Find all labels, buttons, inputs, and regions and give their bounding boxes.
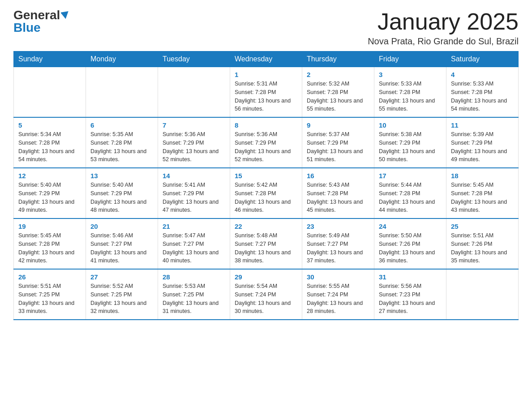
day-info: Sunrise: 5:40 AMSunset: 7:29 PMDaylight:… <box>18 181 81 214</box>
calendar-table: SundayMondayTuesdayWednesdayThursdayFrid… <box>13 51 519 320</box>
day-number: 8 <box>235 121 297 129</box>
day-info: Sunrise: 5:47 AMSunset: 7:27 PMDaylight:… <box>163 231 225 265</box>
day-info: Sunrise: 5:54 AMSunset: 7:24 PMDaylight:… <box>235 282 297 316</box>
logo-general-text: General <box>13 9 60 21</box>
day-number: 5 <box>18 121 81 129</box>
calendar-cell: 29Sunrise: 5:54 AMSunset: 7:24 PMDayligh… <box>230 269 302 320</box>
logo-blue-text: Blue <box>13 21 41 34</box>
calendar-week-2: 12Sunrise: 5:40 AMSunset: 7:29 PMDayligh… <box>14 168 519 218</box>
day-number: 26 <box>18 273 81 281</box>
day-info: Sunrise: 5:44 AMSunset: 7:28 PMDaylight:… <box>379 181 442 214</box>
day-number: 24 <box>379 223 442 230</box>
day-info: Sunrise: 5:31 AMSunset: 7:28 PMDaylight:… <box>235 80 297 113</box>
title-section: January 2025 Nova Prata, Rio Grande do S… <box>368 9 519 47</box>
day-number: 28 <box>163 273 225 281</box>
day-number: 10 <box>379 121 442 129</box>
day-number: 13 <box>90 172 153 180</box>
day-number: 7 <box>163 121 225 129</box>
calendar-cell: 24Sunrise: 5:50 AMSunset: 7:26 PMDayligh… <box>374 218 446 269</box>
calendar-cell: 21Sunrise: 5:47 AMSunset: 7:27 PMDayligh… <box>158 218 230 269</box>
day-number: 29 <box>235 273 297 281</box>
page-header: General Blue January 2025 Nova Prata, Ri… <box>13 9 519 47</box>
calendar-cell: 23Sunrise: 5:49 AMSunset: 7:27 PMDayligh… <box>302 218 374 269</box>
day-number: 18 <box>451 172 514 180</box>
day-info: Sunrise: 5:53 AMSunset: 7:25 PMDaylight:… <box>163 282 225 316</box>
calendar-cell: 7Sunrise: 5:36 AMSunset: 7:29 PMDaylight… <box>158 117 230 168</box>
day-number: 22 <box>235 223 297 230</box>
day-info: Sunrise: 5:34 AMSunset: 7:28 PMDaylight:… <box>18 130 81 164</box>
day-info: Sunrise: 5:41 AMSunset: 7:29 PMDaylight:… <box>163 181 225 214</box>
header-cell-saturday: Saturday <box>446 51 519 67</box>
calendar-week-4: 26Sunrise: 5:51 AMSunset: 7:25 PMDayligh… <box>14 269 519 320</box>
day-info: Sunrise: 5:35 AMSunset: 7:28 PMDaylight:… <box>90 130 153 164</box>
calendar-cell <box>86 67 158 118</box>
calendar-cell <box>158 67 230 118</box>
day-number: 12 <box>18 172 81 180</box>
day-number: 27 <box>90 273 153 281</box>
header-cell-sunday: Sunday <box>14 51 86 67</box>
day-info: Sunrise: 5:55 AMSunset: 7:24 PMDaylight:… <box>307 282 369 316</box>
day-number: 6 <box>90 121 153 129</box>
day-number: 4 <box>451 71 514 78</box>
header-cell-friday: Friday <box>374 51 446 67</box>
calendar-cell: 10Sunrise: 5:38 AMSunset: 7:29 PMDayligh… <box>374 117 446 168</box>
calendar-cell: 28Sunrise: 5:53 AMSunset: 7:25 PMDayligh… <box>158 269 230 320</box>
calendar-cell <box>14 67 86 118</box>
logo-triangle-icon <box>61 10 71 20</box>
day-info: Sunrise: 5:56 AMSunset: 7:23 PMDaylight:… <box>379 282 442 316</box>
day-info: Sunrise: 5:36 AMSunset: 7:29 PMDaylight:… <box>163 130 225 164</box>
day-info: Sunrise: 5:46 AMSunset: 7:27 PMDaylight:… <box>90 231 153 265</box>
calendar-cell: 17Sunrise: 5:44 AMSunset: 7:28 PMDayligh… <box>374 168 446 218</box>
header-row: SundayMondayTuesdayWednesdayThursdayFrid… <box>14 51 519 67</box>
day-number: 25 <box>451 223 514 230</box>
calendar-cell: 31Sunrise: 5:56 AMSunset: 7:23 PMDayligh… <box>374 269 446 320</box>
header-cell-monday: Monday <box>86 51 158 67</box>
day-info: Sunrise: 5:42 AMSunset: 7:28 PMDaylight:… <box>235 181 297 214</box>
header-cell-tuesday: Tuesday <box>158 51 230 67</box>
day-number: 20 <box>90 223 153 230</box>
day-info: Sunrise: 5:33 AMSunset: 7:28 PMDaylight:… <box>379 80 442 113</box>
logo: General Blue <box>13 9 71 34</box>
calendar-cell: 14Sunrise: 5:41 AMSunset: 7:29 PMDayligh… <box>158 168 230 218</box>
calendar-cell: 8Sunrise: 5:36 AMSunset: 7:29 PMDaylight… <box>230 117 302 168</box>
calendar-cell: 3Sunrise: 5:33 AMSunset: 7:28 PMDaylight… <box>374 67 446 118</box>
day-number: 31 <box>379 273 442 281</box>
calendar-cell: 30Sunrise: 5:55 AMSunset: 7:24 PMDayligh… <box>302 269 374 320</box>
calendar-cell: 12Sunrise: 5:40 AMSunset: 7:29 PMDayligh… <box>14 168 86 218</box>
day-info: Sunrise: 5:40 AMSunset: 7:29 PMDaylight:… <box>90 181 153 214</box>
day-number: 14 <box>163 172 225 180</box>
day-info: Sunrise: 5:50 AMSunset: 7:26 PMDaylight:… <box>379 231 442 265</box>
calendar-week-1: 5Sunrise: 5:34 AMSunset: 7:28 PMDaylight… <box>14 117 519 168</box>
calendar-cell: 19Sunrise: 5:45 AMSunset: 7:28 PMDayligh… <box>14 218 86 269</box>
day-info: Sunrise: 5:48 AMSunset: 7:27 PMDaylight:… <box>235 231 297 265</box>
day-info: Sunrise: 5:32 AMSunset: 7:28 PMDaylight:… <box>307 80 369 113</box>
day-number: 15 <box>235 172 297 180</box>
day-number: 21 <box>163 223 225 230</box>
calendar-cell <box>446 269 519 320</box>
calendar-cell: 27Sunrise: 5:52 AMSunset: 7:25 PMDayligh… <box>86 269 158 320</box>
calendar-cell: 16Sunrise: 5:43 AMSunset: 7:28 PMDayligh… <box>302 168 374 218</box>
calendar-week-0: 1Sunrise: 5:31 AMSunset: 7:28 PMDaylight… <box>14 67 519 118</box>
day-info: Sunrise: 5:52 AMSunset: 7:25 PMDaylight:… <box>90 282 153 316</box>
svg-marker-0 <box>61 11 69 20</box>
day-number: 9 <box>307 121 369 129</box>
calendar-cell: 5Sunrise: 5:34 AMSunset: 7:28 PMDaylight… <box>14 117 86 168</box>
calendar-header: SundayMondayTuesdayWednesdayThursdayFrid… <box>14 51 519 67</box>
calendar-cell: 18Sunrise: 5:45 AMSunset: 7:28 PMDayligh… <box>446 168 519 218</box>
day-number: 2 <box>307 71 369 78</box>
header-cell-thursday: Thursday <box>302 51 374 67</box>
day-number: 1 <box>235 71 297 78</box>
day-number: 30 <box>307 273 369 281</box>
calendar-cell: 1Sunrise: 5:31 AMSunset: 7:28 PMDaylight… <box>230 67 302 118</box>
calendar-cell: 20Sunrise: 5:46 AMSunset: 7:27 PMDayligh… <box>86 218 158 269</box>
day-number: 17 <box>379 172 442 180</box>
calendar-cell: 6Sunrise: 5:35 AMSunset: 7:28 PMDaylight… <box>86 117 158 168</box>
day-info: Sunrise: 5:45 AMSunset: 7:28 PMDaylight:… <box>18 231 81 265</box>
day-number: 19 <box>18 223 81 230</box>
calendar-cell: 13Sunrise: 5:40 AMSunset: 7:29 PMDayligh… <box>86 168 158 218</box>
calendar-cell: 11Sunrise: 5:39 AMSunset: 7:29 PMDayligh… <box>446 117 519 168</box>
day-number: 11 <box>451 121 514 129</box>
day-info: Sunrise: 5:51 AMSunset: 7:26 PMDaylight:… <box>451 231 514 265</box>
day-number: 16 <box>307 172 369 180</box>
calendar-cell: 25Sunrise: 5:51 AMSunset: 7:26 PMDayligh… <box>446 218 519 269</box>
